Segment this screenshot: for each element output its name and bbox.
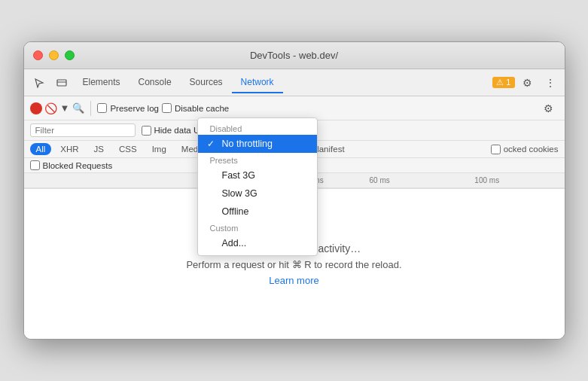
blocked-cookies-checkbox[interactable] bbox=[491, 145, 501, 154]
perform-text: Perform a request or hit ⌘ R to record t… bbox=[186, 259, 401, 270]
more-menu-button[interactable]: ⋮ bbox=[541, 73, 560, 93]
clear-button[interactable]: 🚫 bbox=[45, 102, 57, 114]
tab-list: Elements Console Sources Network bbox=[74, 72, 493, 93]
separator bbox=[90, 101, 91, 116]
cursor-icon[interactable] bbox=[29, 72, 50, 93]
throttle-dropdown: Disabled No throttling Presets Fast 3G S… bbox=[197, 117, 318, 256]
tab-console[interactable]: Console bbox=[129, 72, 181, 93]
traffic-lights bbox=[33, 50, 75, 60]
blocked-cookies-checkbox-label[interactable]: ocked cookies bbox=[491, 145, 559, 154]
minimize-button[interactable] bbox=[49, 50, 59, 60]
chip-xhr[interactable]: XHR bbox=[54, 143, 84, 155]
dropdown-section-disabled: Disabled bbox=[198, 121, 317, 135]
disable-cache-checkbox[interactable] bbox=[162, 103, 172, 113]
chip-img[interactable]: Img bbox=[146, 143, 172, 155]
dock-icon[interactable] bbox=[51, 72, 72, 93]
dropdown-section-custom: Custom bbox=[198, 221, 317, 234]
svg-rect-0 bbox=[57, 80, 66, 86]
warning-badge[interactable]: ⚠ 1 bbox=[492, 77, 514, 88]
devtools-content: 🚫 ▼ 🔍 Preserve log Disable cache ⚙ Hide … bbox=[24, 96, 565, 339]
network-settings-button[interactable]: ⚙ bbox=[539, 99, 559, 118]
search-icon[interactable]: 🔍 bbox=[72, 102, 84, 114]
disable-cache-label[interactable]: Disable cache bbox=[162, 103, 229, 113]
tab-sources[interactable]: Sources bbox=[181, 72, 232, 93]
dropdown-item-add[interactable]: Add... bbox=[198, 234, 317, 252]
dropdown-item-slow3g[interactable]: Slow 3G bbox=[198, 184, 317, 203]
filter-icon[interactable]: ▼ bbox=[60, 102, 70, 114]
preserve-log-label[interactable]: Preserve log bbox=[97, 103, 159, 113]
tab-elements[interactable]: Elements bbox=[74, 72, 129, 93]
preserve-log-checkbox[interactable] bbox=[97, 103, 107, 113]
dropdown-item-no-throttling[interactable]: No throttling bbox=[198, 135, 317, 153]
maximize-button[interactable] bbox=[65, 50, 75, 60]
tab-network[interactable]: Network bbox=[232, 72, 283, 93]
dropdown-section-presets: Presets bbox=[198, 153, 317, 166]
mark-60ms: 60 ms bbox=[370, 176, 390, 184]
record-button[interactable] bbox=[30, 102, 42, 114]
settings-button[interactable]: ⚙ bbox=[518, 73, 538, 93]
blocked-cookies-area: ocked cookies bbox=[491, 145, 559, 154]
close-button[interactable] bbox=[33, 50, 43, 60]
titlebar: DevTools - web.dev/ bbox=[24, 42, 565, 69]
mark-100ms: 100 ms bbox=[474, 176, 499, 184]
learn-more-link[interactable]: Learn more bbox=[269, 275, 318, 286]
hide-data-checkbox[interactable] bbox=[142, 126, 151, 136]
dropdown-item-offline[interactable]: Offline bbox=[198, 203, 317, 221]
chip-js[interactable]: JS bbox=[88, 143, 110, 155]
tabbar-right: ⚠ 1 ⚙ ⋮ bbox=[492, 73, 559, 93]
blocked-requests-checkbox[interactable] bbox=[30, 160, 40, 170]
dropdown-item-fast3g[interactable]: Fast 3G bbox=[198, 166, 317, 184]
chip-all[interactable]: All bbox=[30, 143, 52, 155]
filter-input[interactable] bbox=[30, 123, 136, 137]
chip-css[interactable]: CSS bbox=[113, 143, 143, 155]
window-title: DevTools - web.dev/ bbox=[250, 50, 338, 61]
devtools-tabbar: Elements Console Sources Network ⚠ 1 ⚙ ⋮ bbox=[24, 69, 565, 96]
